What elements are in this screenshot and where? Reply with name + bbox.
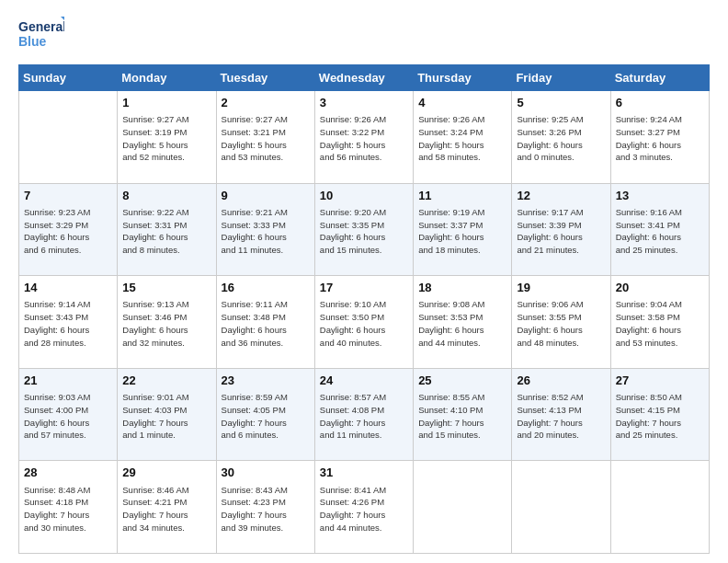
col-header-friday: Friday [512,65,610,91]
day-number: 24 [320,373,408,389]
page: General Blue SundayMondayTuesdayWednesda… [0,0,728,563]
day-info: Sunrise: 8:55 AM Sunset: 4:10 PM Dayligh… [418,391,506,442]
calendar-cell [19,91,118,184]
day-info: Sunrise: 9:19 AM Sunset: 3:37 PM Dayligh… [418,206,506,257]
calendar-cell: 30Sunrise: 8:43 AM Sunset: 4:23 PM Dayli… [216,461,314,554]
day-info: Sunrise: 9:27 AM Sunset: 3:19 PM Dayligh… [122,113,210,164]
day-number: 28 [24,465,112,481]
calendar-cell [512,461,610,554]
day-number: 3 [320,95,408,111]
day-info: Sunrise: 8:59 AM Sunset: 4:05 PM Dayligh… [222,391,310,442]
day-number: 29 [122,465,210,481]
col-header-thursday: Thursday [414,65,512,91]
calendar-cell: 25Sunrise: 8:55 AM Sunset: 4:10 PM Dayli… [414,368,512,461]
calendar-week-row: 21Sunrise: 9:03 AM Sunset: 4:00 PM Dayli… [19,368,710,461]
svg-text:Blue: Blue [18,34,47,49]
day-number: 16 [222,280,310,296]
day-number: 18 [418,280,506,296]
day-info: Sunrise: 9:22 AM Sunset: 3:31 PM Dayligh… [122,206,210,257]
day-info: Sunrise: 9:26 AM Sunset: 3:24 PM Dayligh… [418,113,506,164]
day-number: 15 [122,280,210,296]
calendar-cell: 31Sunrise: 8:41 AM Sunset: 4:26 PM Dayli… [314,461,413,554]
day-info: Sunrise: 8:43 AM Sunset: 4:23 PM Dayligh… [222,484,310,534]
day-number: 8 [122,188,210,204]
calendar-cell [414,461,512,554]
day-info: Sunrise: 9:04 AM Sunset: 3:58 PM Dayligh… [616,298,704,349]
day-number: 7 [24,188,112,204]
day-number: 17 [320,280,408,296]
calendar-header-row: SundayMondayTuesdayWednesdayThursdayFrid… [19,65,710,91]
calendar-cell: 13Sunrise: 9:16 AM Sunset: 3:41 PM Dayli… [610,183,709,276]
calendar-cell: 5Sunrise: 9:25 AM Sunset: 3:26 PM Daylig… [512,91,610,184]
day-info: Sunrise: 9:03 AM Sunset: 4:00 PM Dayligh… [24,391,112,442]
calendar-cell: 16Sunrise: 9:11 AM Sunset: 3:48 PM Dayli… [216,276,314,369]
calendar-week-row: 7Sunrise: 9:23 AM Sunset: 3:29 PM Daylig… [19,183,710,276]
day-number: 10 [320,188,408,204]
day-info: Sunrise: 9:06 AM Sunset: 3:55 PM Dayligh… [517,298,605,349]
day-number: 2 [222,95,310,111]
calendar-cell: 2Sunrise: 9:27 AM Sunset: 3:21 PM Daylig… [216,91,314,184]
day-info: Sunrise: 9:01 AM Sunset: 4:03 PM Dayligh… [122,391,210,442]
day-info: Sunrise: 9:20 AM Sunset: 3:35 PM Dayligh… [320,206,408,257]
day-number: 9 [222,188,310,204]
calendar-cell: 1Sunrise: 9:27 AM Sunset: 3:19 PM Daylig… [118,91,216,184]
calendar-week-row: 28Sunrise: 8:48 AM Sunset: 4:18 PM Dayli… [19,461,710,554]
day-info: Sunrise: 9:14 AM Sunset: 3:43 PM Dayligh… [24,298,112,349]
calendar-cell: 22Sunrise: 9:01 AM Sunset: 4:03 PM Dayli… [118,368,216,461]
calendar-cell: 8Sunrise: 9:22 AM Sunset: 3:31 PM Daylig… [118,183,216,276]
svg-text:General: General [18,19,64,34]
day-number: 23 [222,373,310,389]
day-number: 1 [122,95,210,111]
calendar-cell: 15Sunrise: 9:13 AM Sunset: 3:46 PM Dayli… [118,276,216,369]
day-info: Sunrise: 9:24 AM Sunset: 3:27 PM Dayligh… [616,113,704,164]
day-number: 20 [616,280,704,296]
day-number: 27 [616,373,704,389]
calendar-cell: 20Sunrise: 9:04 AM Sunset: 3:58 PM Dayli… [610,276,709,369]
calendar-cell: 19Sunrise: 9:06 AM Sunset: 3:55 PM Dayli… [512,276,610,369]
col-header-sunday: Sunday [19,65,118,91]
calendar-cell [610,461,709,554]
col-header-tuesday: Tuesday [216,65,314,91]
calendar-cell: 27Sunrise: 8:50 AM Sunset: 4:15 PM Dayli… [610,368,709,461]
day-info: Sunrise: 8:41 AM Sunset: 4:26 PM Dayligh… [320,484,408,534]
day-info: Sunrise: 8:48 AM Sunset: 4:18 PM Dayligh… [24,484,112,534]
day-number: 31 [320,465,408,481]
day-info: Sunrise: 9:08 AM Sunset: 3:53 PM Dayligh… [418,298,506,349]
calendar-cell: 29Sunrise: 8:46 AM Sunset: 4:21 PM Dayli… [118,461,216,554]
calendar-cell: 4Sunrise: 9:26 AM Sunset: 3:24 PM Daylig… [414,91,512,184]
calendar-cell: 21Sunrise: 9:03 AM Sunset: 4:00 PM Dayli… [19,368,118,461]
day-number: 22 [122,373,210,389]
calendar-cell: 9Sunrise: 9:21 AM Sunset: 3:33 PM Daylig… [216,183,314,276]
calendar-cell: 17Sunrise: 9:10 AM Sunset: 3:50 PM Dayli… [314,276,413,369]
day-number: 26 [517,373,605,389]
calendar-table: SundayMondayTuesdayWednesdayThursdayFrid… [18,64,710,554]
day-number: 19 [517,280,605,296]
day-number: 5 [517,95,605,111]
col-header-monday: Monday [118,65,216,91]
calendar-cell: 6Sunrise: 9:24 AM Sunset: 3:27 PM Daylig… [610,91,709,184]
day-info: Sunrise: 8:52 AM Sunset: 4:13 PM Dayligh… [517,391,605,442]
calendar-cell: 10Sunrise: 9:20 AM Sunset: 3:35 PM Dayli… [314,183,413,276]
day-info: Sunrise: 9:16 AM Sunset: 3:41 PM Dayligh… [616,206,704,257]
header: General Blue [18,15,710,55]
day-info: Sunrise: 8:46 AM Sunset: 4:21 PM Dayligh… [122,484,210,534]
day-info: Sunrise: 9:11 AM Sunset: 3:48 PM Dayligh… [222,298,310,349]
day-info: Sunrise: 9:25 AM Sunset: 3:26 PM Dayligh… [517,113,605,164]
col-header-saturday: Saturday [610,65,709,91]
day-number: 21 [24,373,112,389]
calendar-cell: 18Sunrise: 9:08 AM Sunset: 3:53 PM Dayli… [414,276,512,369]
col-header-wednesday: Wednesday [314,65,413,91]
day-number: 11 [418,188,506,204]
logo: General Blue [18,15,64,55]
day-number: 13 [616,188,704,204]
day-number: 14 [24,280,112,296]
day-info: Sunrise: 9:21 AM Sunset: 3:33 PM Dayligh… [222,206,310,257]
calendar-week-row: 1Sunrise: 9:27 AM Sunset: 3:19 PM Daylig… [19,91,710,184]
calendar-cell: 7Sunrise: 9:23 AM Sunset: 3:29 PM Daylig… [19,183,118,276]
day-number: 4 [418,95,506,111]
day-info: Sunrise: 9:13 AM Sunset: 3:46 PM Dayligh… [122,298,210,349]
logo-svg: General Blue [18,15,64,55]
day-number: 25 [418,373,506,389]
day-number: 30 [222,465,310,481]
calendar-cell: 23Sunrise: 8:59 AM Sunset: 4:05 PM Dayli… [216,368,314,461]
